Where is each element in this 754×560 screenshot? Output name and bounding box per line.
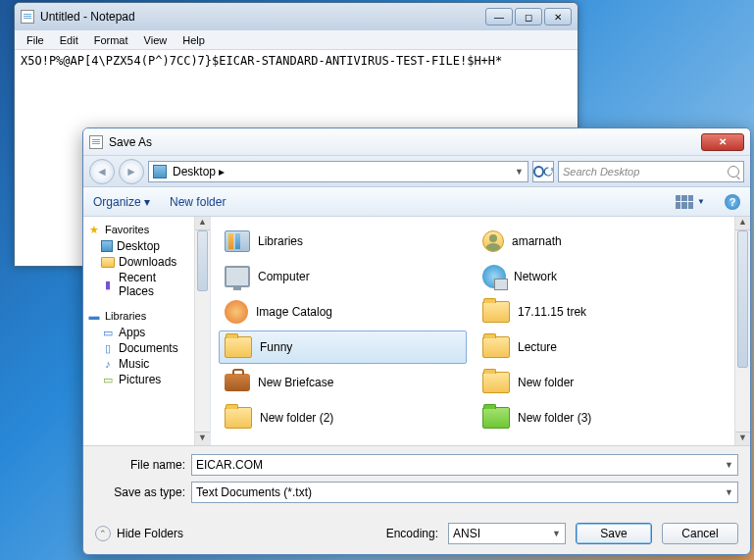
file-list: LibrariesamarnathComputerNetworkImage Ca… [211, 217, 750, 445]
tree-item-music[interactable]: ♪Music [87, 356, 188, 372]
refresh-button[interactable] [532, 161, 554, 182]
notepad-icon [89, 135, 103, 149]
documents-icon: ▯ [101, 341, 115, 355]
menu-file[interactable]: File [19, 32, 52, 48]
notepad-textarea[interactable]: X5O!P%@AP[4\PZX54(P^)7CC)7}$EICAR-STANDA… [15, 50, 578, 72]
back-button[interactable]: ◄ [89, 159, 115, 184]
dialog-bottom: ⌃ Hide Folders Encoding: ANSI▼ Save Canc… [83, 517, 750, 554]
music-icon: ♪ [101, 357, 115, 371]
user-icon [482, 230, 504, 252]
desktop-icon [101, 240, 113, 252]
network-icon [482, 265, 506, 288]
chevron-down-icon[interactable]: ▼ [515, 167, 524, 177]
hide-folders-button[interactable]: ⌃ Hide Folders [95, 526, 183, 541]
tree-favorites[interactable]: ★Favorites [87, 223, 188, 236]
file-item[interactable]: New folder (2) [219, 401, 467, 434]
files-scrollbar[interactable]: ▲▼ [734, 217, 750, 445]
savetype-select[interactable]: Text Documents (*.txt)▼ [191, 482, 738, 503]
tree-libraries[interactable]: ▬Libraries [87, 309, 188, 323]
toolbar: Organize ▾ New folder ▼ ? [83, 187, 750, 217]
close-button[interactable]: ✕ [544, 8, 572, 25]
tree-item-apps[interactable]: ▭Apps [87, 325, 188, 340]
chevron-down-icon: ⌃ [95, 526, 111, 541]
file-item[interactable]: Computer [219, 260, 467, 293]
file-label: New folder [518, 376, 574, 389]
file-item[interactable]: Libraries [219, 225, 467, 258]
file-label: New folder (2) [260, 411, 333, 425]
libraries-icon [225, 230, 250, 252]
file-item[interactable]: New folder [477, 366, 725, 399]
recent-icon: ▮ [101, 278, 115, 291]
desktop-icon [153, 165, 167, 178]
tree-item-downloads[interactable]: Downloads [87, 254, 188, 270]
navigation-bar: ◄ ► Desktop ▸ ▼ Search Desktop [83, 156, 750, 187]
savetype-label: Save as type: [95, 485, 185, 499]
folder-icon [482, 336, 510, 358]
file-item[interactable]: Funny [219, 331, 467, 364]
menu-view[interactable]: View [136, 32, 176, 48]
maximize-button[interactable]: ◻ [515, 8, 542, 25]
search-placeholder: Search Desktop [563, 166, 639, 178]
menu-help[interactable]: Help [175, 32, 213, 48]
file-item[interactable]: Network [477, 260, 725, 293]
apps-icon: ▭ [101, 326, 115, 339]
tree-item-recent[interactable]: ▮Recent Places [87, 270, 188, 299]
file-item[interactable]: New Briefcase [219, 366, 467, 399]
file-label: New folder (3) [518, 411, 591, 425]
libraries-icon: ▬ [87, 309, 101, 323]
new-folder-button[interactable]: New folder [170, 195, 226, 209]
notepad-title-text: Untitled - Notepad [40, 10, 135, 24]
address-bar[interactable]: Desktop ▸ ▼ [148, 161, 528, 182]
file-item[interactable]: amarnath [477, 225, 725, 258]
save-form: File name: EICAR.COM▼ Save as type: Text… [83, 446, 750, 517]
saveas-titlebar[interactable]: Save As ✕ [83, 128, 750, 156]
notepad-menubar: File Edit Format View Help [15, 30, 578, 50]
view-options-button[interactable]: ▼ [676, 195, 705, 209]
close-button[interactable]: ✕ [701, 133, 744, 151]
notepad-titlebar[interactable]: Untitled - Notepad — ◻ ✕ [15, 3, 578, 30]
briefcase-icon [225, 374, 250, 391]
views-icon [676, 195, 693, 209]
cancel-button[interactable]: Cancel [662, 523, 738, 544]
tree-item-pictures[interactable]: ▭Pictures [87, 372, 188, 387]
pictures-icon: ▭ [101, 373, 115, 386]
folder-tree: ★Favorites Desktop Downloads ▮Recent Pla… [83, 217, 211, 445]
organize-button[interactable]: Organize ▾ [93, 195, 150, 209]
file-item[interactable]: Lecture [477, 331, 725, 364]
image-catalog-icon [225, 300, 248, 324]
address-text: Desktop ▸ [173, 165, 225, 178]
menu-format[interactable]: Format [86, 32, 136, 48]
folder-icon [482, 301, 510, 323]
tree-scrollbar[interactable]: ▲▼ [194, 217, 210, 445]
file-label: amarnath [512, 234, 562, 248]
file-label: New Briefcase [258, 376, 333, 389]
minimize-button[interactable]: — [485, 8, 513, 25]
forward-button[interactable]: ► [119, 159, 144, 184]
file-label: 17.11.15 trek [518, 305, 586, 319]
tree-item-desktop[interactable]: Desktop [87, 238, 188, 254]
computer-icon [225, 266, 250, 287]
tree-item-documents[interactable]: ▯Documents [87, 340, 188, 356]
menu-edit[interactable]: Edit [52, 32, 86, 48]
file-item[interactable]: 17.11.15 trek [477, 295, 725, 329]
help-button[interactable]: ? [725, 194, 740, 210]
chevron-down-icon[interactable]: ▼ [725, 460, 733, 470]
file-label: Libraries [258, 234, 303, 248]
filename-input[interactable]: EICAR.COM▼ [191, 454, 738, 476]
file-item[interactable]: New folder (3) [477, 401, 725, 434]
save-button[interactable]: Save [576, 523, 652, 544]
notepad-icon [21, 10, 34, 24]
file-item[interactable]: Image Catalog [219, 295, 467, 329]
file-label: Lecture [518, 340, 557, 354]
file-label: Network [514, 270, 557, 283]
chevron-down-icon[interactable]: ▼ [552, 529, 561, 538]
save-as-dialog: Save As ✕ ◄ ► Desktop ▸ ▼ Search Desktop… [82, 127, 751, 555]
star-icon: ★ [87, 223, 101, 236]
chevron-down-icon[interactable]: ▼ [725, 487, 733, 497]
search-icon [728, 166, 739, 178]
search-input[interactable]: Search Desktop [558, 161, 744, 182]
folder-icon [225, 407, 252, 429]
encoding-select[interactable]: ANSI▼ [448, 523, 566, 544]
folder-icon [101, 257, 115, 268]
file-label: Computer [258, 270, 310, 283]
